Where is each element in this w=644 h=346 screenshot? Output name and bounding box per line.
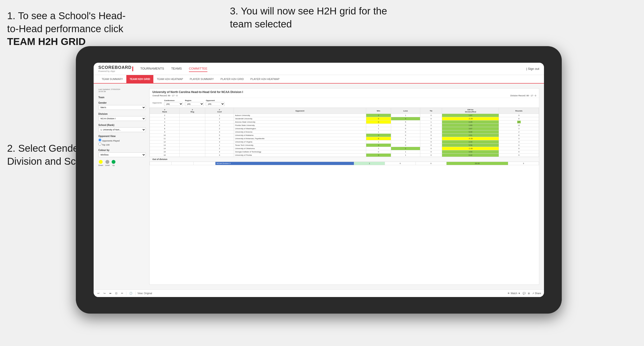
last-updated-time: 16:55:38 xyxy=(98,90,146,93)
cell-loss: 2 xyxy=(391,147,420,150)
cell-opponent: University of Arizona xyxy=(234,130,366,134)
division-select[interactable]: NCAA Division I xyxy=(98,116,146,121)
radio-opponents-played[interactable]: Opponents Played xyxy=(98,139,146,142)
watch-btn[interactable]: 👁 Watch ▼ xyxy=(508,292,520,295)
share-btn[interactable]: ↗ Share xyxy=(532,292,541,295)
cell-win: 0 xyxy=(366,137,391,140)
cell-rank: 3 xyxy=(150,117,180,121)
cell-tie: 0 xyxy=(420,130,442,134)
cell-win: 0 xyxy=(366,117,391,121)
school-select[interactable]: 1. University of Nort... xyxy=(98,127,146,132)
share-label: Share xyxy=(535,292,541,295)
team-section: Team xyxy=(98,96,146,99)
cell-diff: -1.00 xyxy=(442,147,499,150)
last-updated: Last Updated: 27/03/2024 16:55:38 xyxy=(98,88,146,93)
ood-reg xyxy=(172,162,194,165)
cell-rounds: 12 xyxy=(499,124,539,127)
tab-team-h2h-grid[interactable]: TEAM H2H GRID xyxy=(126,75,154,83)
left-panel: Last Updated: 27/03/2024 16:55:38 Team G… xyxy=(98,88,146,285)
team-label: Team xyxy=(98,96,146,99)
nav-committee[interactable]: COMMITTEE xyxy=(189,66,208,72)
cell-reg xyxy=(180,121,205,124)
colour-by-select[interactable]: Win/loss xyxy=(98,153,146,157)
cell-conf: 3 xyxy=(205,154,234,157)
grid-btn[interactable]: ⊞ xyxy=(528,292,530,295)
clock-btn[interactable]: 🕐 xyxy=(128,291,134,295)
table-row: 15 4 Georgia Institute of Technology 0 1… xyxy=(150,150,539,154)
table-row: 9 3 University of Arizona 1 0 0 9.00 2 xyxy=(150,130,539,134)
cell-opponent: University of Alabama xyxy=(234,134,366,137)
cell-tie: 2 xyxy=(420,124,442,127)
cell-diff: 9.00 xyxy=(442,130,499,134)
cell-loss: 1 xyxy=(391,154,420,157)
comment-btn[interactable]: 💬 xyxy=(523,292,526,295)
ood-tie: 0 xyxy=(416,162,446,165)
watch-label: Watch xyxy=(510,292,517,295)
cell-tie: 0 xyxy=(420,117,442,121)
table-row: 13 1 Texas Tech University 3 0 0 5.56 9 xyxy=(150,144,539,147)
cell-conf: 3 xyxy=(205,130,234,134)
col-opponent: Opponent xyxy=(234,108,366,114)
cell-rounds: 3 xyxy=(499,137,539,140)
annotation-1-bold: TEAM H2H GRID xyxy=(7,36,86,47)
legend-level: Level xyxy=(105,160,110,166)
tab-player-summary[interactable]: PLAYER SUMMARY xyxy=(186,75,217,83)
region-select[interactable]: (All) xyxy=(185,102,204,106)
cell-win: 1 xyxy=(366,124,391,127)
division-label: Division xyxy=(98,113,146,115)
tab-player-h2h-heatmap[interactable]: PLAYER H2H HEATMAP xyxy=(247,75,283,83)
radio-top-100[interactable]: Top 100 xyxy=(98,143,146,146)
division-record: Division Record: 88 - 17 - 0 xyxy=(510,94,536,97)
region-filter-label: Region xyxy=(185,99,204,102)
tablet: SCOREBOARD Powered by clippi TOURNAMENTS… xyxy=(76,46,562,314)
view-label-text: View: Original xyxy=(138,292,152,295)
division-section: Division NCAA Division I xyxy=(98,113,146,121)
cell-tie: 0 xyxy=(420,150,442,154)
cell-opponent: University of Florida xyxy=(234,154,366,157)
opponent-view-label: Opponent View xyxy=(98,135,146,138)
cell-reg xyxy=(180,137,205,140)
sign-out[interactable]: | Sign out xyxy=(526,67,539,71)
table-row: 4 1 Arizona State University 0 5 1 2.29 … xyxy=(150,121,539,124)
tab-player-h2h-grid[interactable]: PLAYER H2H GRID xyxy=(217,75,247,83)
cell-tie: 0 xyxy=(420,147,442,150)
cell-rank: 6 xyxy=(150,124,180,127)
table-row: 6 2 Florida State University 1 0 2 1.83 … xyxy=(150,124,539,127)
cell-diff: -4.33 xyxy=(442,137,499,140)
cell-rank: 8 xyxy=(150,127,180,130)
cell-rounds: 9 xyxy=(499,147,539,150)
out-of-division-header: Out of division xyxy=(150,157,539,162)
conference-select[interactable]: (All) xyxy=(164,102,183,106)
cell-diff: -2.29 xyxy=(442,117,499,121)
cell-loss: 0 xyxy=(391,124,420,127)
cell-win: 0 xyxy=(366,121,391,124)
cell-opponent: Vanderbilt University xyxy=(234,117,366,121)
opponent-select[interactable]: (All) xyxy=(206,102,225,106)
nav-tournaments[interactable]: TOURNAMENTS xyxy=(140,66,164,72)
gender-select[interactable]: Men's xyxy=(98,105,146,110)
tab-team-h2h-heatmap[interactable]: TEAM H2H HEATMAP xyxy=(153,75,186,83)
cell-tie: 0 xyxy=(420,154,442,157)
cell-reg xyxy=(180,150,205,154)
sub-nav: TEAM SUMMARY TEAM H2H GRID TEAM H2H HEAT… xyxy=(94,75,544,84)
cell-rank: 13 xyxy=(150,144,180,147)
legend-up-circle xyxy=(112,160,116,164)
cell-win: 3 xyxy=(366,134,391,137)
cell-rounds: 9 xyxy=(499,154,539,157)
nav-teams[interactable]: TEAMS xyxy=(171,66,182,72)
cell-opponent: Florida State University xyxy=(234,124,366,127)
cell-rank: 11 xyxy=(150,137,180,140)
tab-team-summary[interactable]: TEAM SUMMARY xyxy=(98,75,126,83)
crop-btn[interactable]: ⊡ xyxy=(114,291,118,295)
ood-rounds: 3 xyxy=(508,162,539,165)
cell-loss: 0 xyxy=(391,144,420,147)
table-row: 14 2 University of Oklahoma 1 2 0 -1.00 … xyxy=(150,147,539,150)
ood-loss: 0 xyxy=(385,162,416,165)
redo-btn[interactable]: ↪ xyxy=(102,291,106,295)
undo-btn[interactable]: ↩ xyxy=(96,291,100,295)
draw-btn[interactable]: ✏ xyxy=(120,291,124,295)
cell-rounds: 3 xyxy=(499,127,539,130)
back-btn[interactable]: ⬅ xyxy=(108,291,112,295)
toolbar-divider-1 xyxy=(126,292,126,295)
cell-conf: 3 xyxy=(205,140,234,144)
